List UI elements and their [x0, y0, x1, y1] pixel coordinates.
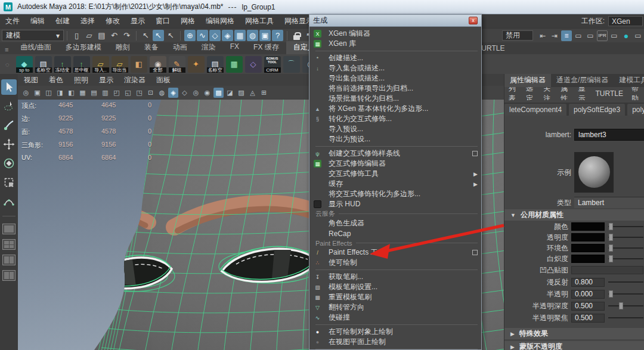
viewport-icon-5[interactable]: ▦	[78, 88, 88, 98]
menu-item-9[interactable]: 网格工具	[240, 14, 279, 28]
menu-item-4[interactable]: 修改	[100, 14, 125, 28]
menu-item-1[interactable]: 编辑	[25, 14, 50, 28]
shelf-wire-cube[interactable]: ◇	[245, 56, 262, 73]
ae-menu-5[interactable]: TURTLE	[591, 89, 627, 98]
make-live-icon[interactable]: ◍	[247, 30, 258, 41]
menu-item-8[interactable]: ▲将 XGen 基本体转化为多边形...	[309, 104, 481, 114]
menu-item-32[interactable]: ●在可绘制对象上绘制	[309, 327, 481, 337]
ae-menu-2[interactable]: 关注	[539, 87, 556, 100]
hypershade-icon[interactable]: ●	[621, 30, 631, 41]
matte-opacity-section[interactable]: ▶ 蒙版不透明度	[504, 341, 644, 350]
open-scene-icon[interactable]: ▱	[83, 30, 95, 41]
attribute-list-icon[interactable]: ≡	[561, 30, 572, 41]
material-type-dropdown[interactable]: Lambert	[574, 197, 644, 208]
shelf-export-current[interactable]: ▱导出当	[112, 56, 128, 73]
close-icon[interactable]: x	[469, 17, 478, 24]
select-component-icon[interactable]: ↖	[165, 30, 177, 41]
number-field[interactable]: 0.500	[571, 314, 605, 323]
shelf-menu-icon[interactable]: ≡	[5, 46, 8, 53]
menu-item-17[interactable]: 将交互式修饰转化为多边形...	[309, 189, 481, 199]
menu-item-21[interactable]: ReCap	[309, 228, 481, 239]
viewport-icon-2[interactable]: ◫	[44, 88, 54, 98]
menu-set-selector[interactable]: 建模▾	[2, 30, 64, 41]
viewport-icon-10[interactable]: ◳	[134, 88, 144, 98]
color-swatch[interactable]	[571, 255, 605, 263]
layout-single-pane[interactable]	[2, 224, 16, 234]
viewport-icon-9[interactable]: ◱	[123, 88, 133, 98]
viewport-icon-7[interactable]: ▥	[100, 88, 110, 98]
attr-slider[interactable]	[608, 290, 643, 298]
menu-item-26[interactable]: ↧获取笔刷...	[309, 272, 481, 282]
shelf-tab-3[interactable]: 装备	[137, 41, 166, 54]
viewport-icon-4[interactable]: ◧	[66, 88, 76, 98]
shelf-ungroup[interactable]: ✎解组	[169, 56, 185, 73]
shelf-curve-arc[interactable]: ⌒	[283, 56, 300, 73]
redo-icon[interactable]: ↷	[121, 30, 132, 41]
slider-handle[interactable]	[609, 223, 613, 230]
option-box-icon[interactable]	[472, 151, 478, 156]
menu-item-6[interactable]: 窗口	[150, 14, 175, 28]
lock-icon[interactable]	[291, 30, 302, 41]
option-box-icon[interactable]	[472, 250, 478, 255]
soft-curve-tool[interactable]	[1, 194, 17, 209]
ae-menu-4[interactable]: 显示	[574, 87, 591, 100]
slider-handle[interactable]	[609, 255, 613, 262]
common-material-attributes-section[interactable]: ▼ 公用材质属性	[504, 209, 644, 221]
color-swatch[interactable]	[571, 244, 605, 252]
shelf-sp-to[interactable]: ◆sp to	[16, 56, 33, 73]
shelf-namespace2[interactable]: ▤名称空	[207, 56, 224, 73]
attr-slider[interactable]	[608, 278, 643, 286]
number-field[interactable]: 0.000	[571, 290, 605, 299]
viewport-menu-3[interactable]: 显示	[99, 75, 113, 85]
shelf-tab-4[interactable]: 动画	[166, 41, 194, 54]
viewport-menu-1[interactable]: 着色	[49, 75, 63, 85]
viewport-icon-18[interactable]: ◪	[225, 88, 235, 98]
viewport-icon-11[interactable]: ⊡	[145, 88, 156, 98]
menu-item-27[interactable]: ▧模板笔刷设置...	[309, 282, 481, 292]
viewport-icon-14[interactable]: ◇	[179, 88, 190, 98]
viewport-icon-13[interactable]: ◈	[168, 88, 178, 98]
attr-slider[interactable]	[608, 302, 643, 310]
construction-history-out-icon[interactable]: ⇥	[549, 30, 560, 41]
menu-item-10[interactable]: 导入预设...	[309, 124, 481, 134]
ipr-render-icon[interactable]: IPR	[597, 30, 608, 41]
color-swatch[interactable]	[571, 233, 605, 241]
bump-map-field[interactable]	[571, 266, 643, 274]
menu-item-15[interactable]: 交互式修饰工具▶	[309, 169, 481, 179]
node-tab-0[interactable]: leteComponent4	[504, 104, 566, 116]
lasso-tool[interactable]	[1, 98, 17, 114]
render-sequence-icon[interactable]: ▭	[633, 30, 643, 41]
paint-select-tool[interactable]	[1, 117, 17, 133]
shelf-starburst[interactable]: ✦	[188, 56, 205, 73]
menu-item-16[interactable]: 缓存▶	[309, 179, 481, 189]
viewport-icon-19[interactable]: ▨	[236, 88, 246, 98]
color-swatch[interactable]	[571, 222, 605, 231]
shelf-namespace[interactable]: ▤名称空	[35, 56, 52, 73]
attr-slider[interactable]	[608, 233, 643, 241]
shelf-tab-2[interactable]: 雕刻	[109, 41, 137, 54]
menu-item-3[interactable]: 选择	[75, 14, 100, 28]
generate-menu-title-bar[interactable]: 生成 x	[309, 15, 481, 27]
menu-item-11[interactable]: 导出为预设...	[309, 134, 481, 144]
shelf-green-grid[interactable]: ▦	[226, 56, 243, 73]
shelf-tab-6[interactable]: FX	[223, 41, 246, 54]
viewport-icon-21[interactable]: ⊞	[259, 88, 269, 98]
menu-item-20[interactable]: 角色生成器	[309, 218, 481, 228]
menu-item-23[interactable]: /Paint Effects 工具	[309, 247, 481, 258]
menu-item-1[interactable]: ▦XGen 库	[309, 39, 481, 49]
workspace-selector[interactable]: 工作区: XGen	[581, 14, 644, 28]
viewport-menu-2[interactable]: 照明	[74, 75, 88, 85]
layout-two-pane[interactable]	[2, 255, 16, 265]
select-tool[interactable]	[1, 79, 17, 95]
viewport-menu-5[interactable]: 面板	[156, 75, 171, 85]
workspace-value-field[interactable]: XGen	[608, 16, 643, 26]
ae-menu-1[interactable]: 选定	[522, 87, 539, 100]
symmetry-field[interactable]: 禁用	[502, 30, 533, 41]
select-object-icon[interactable]: ↖	[153, 30, 164, 41]
undo-icon[interactable]: ↶	[109, 30, 120, 41]
node-tab-1[interactable]: polySoftEdge3	[569, 104, 625, 116]
special-effects-section[interactable]: ▶ 特殊效果	[504, 328, 644, 339]
render-settings-icon[interactable]: ▭	[609, 30, 620, 41]
menu-item-33[interactable]: ●在视图平面上绘制	[309, 337, 481, 347]
shelf-all[interactable]: ◉全部	[150, 56, 166, 73]
